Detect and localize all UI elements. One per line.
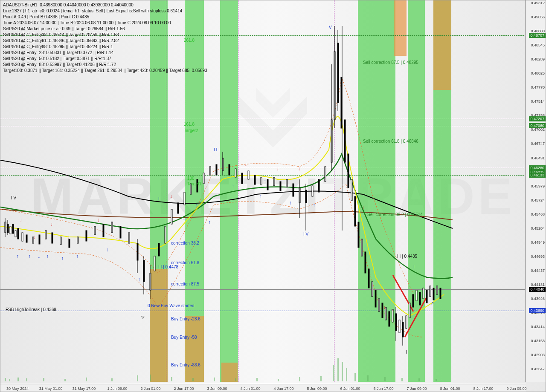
svg-rect-8 [12,224,14,233]
down-arrow-icon: ↓ [276,166,279,172]
svg-rect-101 [5,378,6,381]
svg-rect-60 [312,186,313,196]
svg-rect-16 [52,233,53,243]
svg-rect-56 [299,188,300,203]
down-arrow-icon: ↓ [50,221,53,227]
down-arrow-icon: ↓ [67,234,70,240]
svg-rect-88 [402,322,404,337]
svg-rect-115 [256,378,258,381]
x-tick: 2 Jun 01:00 [140,386,160,391]
info-line: Sell %20 @ Entry -50: 0.5182 || Target:0… [3,56,207,62]
down-arrow-icon: ↓ [170,193,172,199]
info-line: Sell %10 @ C_Entry61: 0.46846 || Target:… [3,38,207,44]
chart-container[interactable]: MARKETZITRADE [0,0,546,392]
price-marker: 0.46133 [529,173,546,178]
y-tick: 0.43158 [531,339,545,343]
session-band [185,316,204,382]
y-tick: 0.44437 [531,268,545,273]
svg-rect-104 [26,378,27,381]
y-tick: 0.43926 [531,297,545,301]
x-tick: 9 Jun 09:00 [506,386,526,391]
svg-rect-47 [241,173,243,184]
y-tick: 0.44181 [531,282,545,287]
svg-rect-55 [293,184,294,196]
session-band [433,0,451,90]
svg-rect-123 [354,373,356,381]
price-marker: 0.47060 [529,123,546,128]
price-level [0,311,526,311]
y-tick: 0.48289 [531,57,545,61]
svg-rect-117 [299,377,300,381]
x-tick: 6 Jun 17:00 [373,386,393,391]
session-band [220,0,238,382]
up-arrow-icon: ↑ [232,183,234,189]
info-line: Line:2827 | h1_atr_c0: 0.0024 | tema_h1_… [3,8,207,14]
svg-rect-53 [280,182,281,191]
up-arrow-icon: ↑ [264,179,266,184]
svg-rect-26 [137,243,138,260]
y-tick: 0.42903 [531,353,545,357]
svg-rect-24 [120,226,121,238]
x-tick: 3 Jun 09:00 [207,386,227,391]
y-tick: 0.42647 [531,367,545,371]
price-level [0,119,526,119]
price-level [0,126,526,126]
svg-rect-121 [342,362,343,381]
svg-rect-113 [214,378,215,381]
y-tick: 0.45468 [531,212,545,216]
down-arrow-icon: ↓ [97,217,100,223]
x-tick: 4 Jun 01:00 [240,386,260,391]
down-arrow-icon: ↓ [362,204,364,210]
x-tick: 31 May 17:00 [73,386,96,391]
svg-rect-63 [331,120,332,162]
x-tick: 4 Jun 17:00 [273,386,293,391]
x-tick: 8 Jun 01:00 [440,386,460,391]
x-tick: 31 May 01:00 [39,386,63,391]
svg-rect-52 [273,177,275,186]
y-tick: 0.46747 [531,141,545,146]
info-line: Sell %20 @ Entry -23: 0.50331 || Target:… [3,50,207,56]
svg-rect-51 [267,179,268,190]
session-band [358,0,395,382]
svg-rect-106 [64,379,66,381]
price-marker: 0.48707 [529,33,546,38]
down-arrow-icon: ↓ [298,166,300,172]
svg-rect-12 [26,235,27,242]
up-arrow-icon: ↑ [28,253,31,259]
price-marker: 0.47207 [529,116,546,121]
y-tick: 0.46491 [531,156,545,160]
symbol-ohlc: ADAUSDT-Bin,H1 0.43980000 0.44040000 0.4… [3,2,207,8]
svg-rect-116 [278,379,279,381]
up-arrow-icon: ↑ [289,200,292,206]
y-tick: 0.48545 [531,43,545,47]
up-arrow-icon: ↑ [259,193,262,199]
svg-rect-108 [111,378,113,381]
up-arrow-icon: ↑ [16,253,19,259]
svg-rect-105 [43,378,44,381]
price-level [0,289,526,290]
session-band [150,269,168,382]
y-tick: 0.45724 [531,198,545,202]
svg-rect-36 [177,203,179,213]
up-arrow-icon: ↑ [106,247,108,253]
x-tick: 5 Jun 09:00 [307,386,327,391]
svg-rect-58 [305,190,307,203]
svg-rect-15 [45,231,46,239]
svg-rect-7 [10,226,11,234]
svg-rect-122 [346,368,347,381]
info-line: Sell %20 @ Entry -88: 0.53997 || Target:… [3,62,207,68]
y-tick: 0.49312 [531,1,545,5]
x-tick: 7 Jun 09:00 [407,386,427,391]
up-arrow-icon: ↑ [313,202,315,208]
svg-rect-5 [7,224,9,233]
down-arrow-icon: ↓ [383,304,386,310]
svg-rect-103 [17,378,19,381]
y-tick: 0.44693 [531,254,545,259]
y-axis: 0.493120.490560.488000.485450.482890.480… [525,0,546,382]
svg-rect-107 [86,378,87,381]
svg-rect-67 [337,43,339,103]
x-tick: 30 May 2024 [6,386,29,391]
price-level [0,175,526,176]
svg-rect-61 [318,179,319,192]
y-tick: 0.49056 [531,15,545,19]
